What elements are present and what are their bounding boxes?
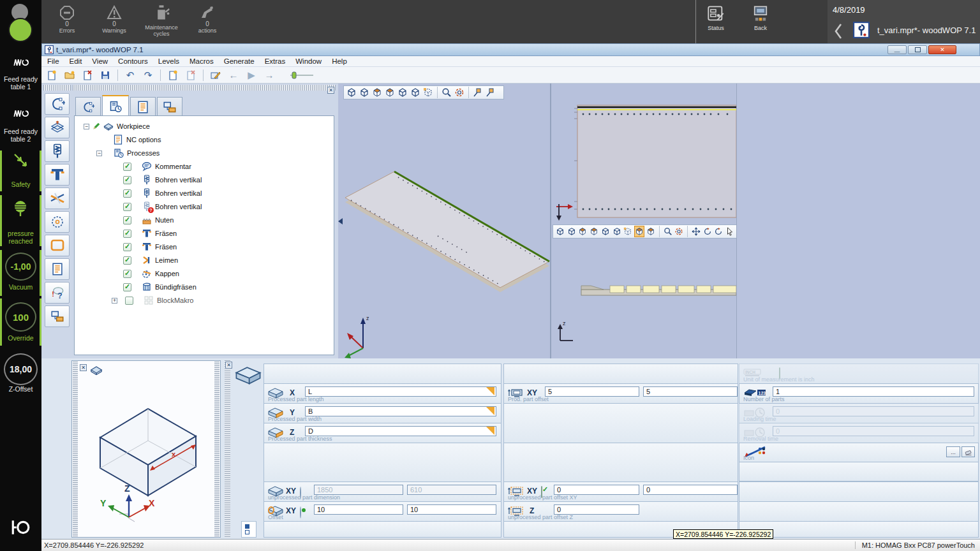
- tool-contour-button[interactable]: [45, 93, 70, 115]
- view-cube-button-active[interactable]: [634, 226, 644, 237]
- warnings-button[interactable]: 0 Warnings: [96, 5, 132, 34]
- process-row[interactable]: Bohren vertikal: [123, 187, 202, 200]
- tree-row-workpiece[interactable]: Workpiece: [84, 120, 150, 133]
- part-length-input[interactable]: [305, 386, 496, 397]
- process-label[interactable]: Kappen: [155, 270, 179, 277]
- tree-close-button[interactable]: ✕: [327, 87, 334, 94]
- process-label[interactable]: Bohren vertikal: [155, 203, 202, 210]
- unprocessed-dim-x-input[interactable]: [314, 485, 403, 495]
- view-cube-button[interactable]: [600, 226, 611, 237]
- tool-routing-button[interactable]: [45, 164, 70, 186]
- tool-transfer-button[interactable]: [45, 305, 70, 327]
- process-checkbox[interactable]: [123, 230, 131, 238]
- offset-x-input[interactable]: [314, 504, 403, 515]
- process-checkbox[interactable]: [123, 243, 131, 251]
- run-button[interactable]: ▶: [244, 68, 259, 82]
- view-cube-button[interactable]: [371, 87, 383, 98]
- maximize-button[interactable]: [908, 45, 927, 54]
- view-cube-button[interactable]: [359, 87, 370, 98]
- tree-row-processes[interactable]: Processes: [96, 147, 160, 159]
- zoom-region-button[interactable]: [674, 226, 684, 237]
- select-cursor-button[interactable]: [725, 226, 735, 237]
- tool-sawing-button[interactable]: [45, 187, 70, 209]
- zoom-region-button[interactable]: [454, 87, 465, 98]
- process-checkbox[interactable]: [123, 163, 131, 171]
- menu-extras[interactable]: Extras: [265, 57, 286, 65]
- view-cube-button[interactable]: [410, 87, 421, 98]
- offset-y-input[interactable]: [407, 504, 496, 515]
- menu-generate[interactable]: Generate: [224, 57, 255, 65]
- view-cube-button[interactable]: [567, 226, 577, 237]
- view-cube-button[interactable]: [612, 226, 622, 237]
- safety-icon[interactable]: [11, 152, 30, 171]
- tool-comment-button[interactable]: [45, 282, 70, 304]
- process-checkbox[interactable]: [123, 256, 131, 265]
- workpiece-label[interactable]: Workpiece: [117, 122, 150, 130]
- process-label[interactable]: Fräsen: [155, 230, 177, 237]
- close-file-button[interactable]: [80, 68, 95, 82]
- back-button[interactable]: Back: [743, 5, 778, 31]
- menu-view[interactable]: View: [92, 57, 108, 65]
- unprocessed-offset-z-input[interactable]: [554, 504, 639, 515]
- process-label[interactable]: Kommentar: [155, 163, 191, 170]
- tool-drilling-button[interactable]: [45, 140, 70, 162]
- form-mini-tab[interactable]: [241, 521, 256, 538]
- process-row[interactable]: Kappen: [123, 267, 179, 280]
- process-row[interactable]: BlockMakro: [112, 294, 193, 307]
- process-checkbox[interactable]: [123, 203, 131, 211]
- process-row[interactable]: Fräsen: [123, 240, 177, 253]
- tab-machine[interactable]: [157, 97, 182, 116]
- process-row[interactable]: Kommentar: [123, 160, 191, 173]
- process-checkbox[interactable]: [123, 283, 131, 291]
- process-row[interactable]: Bündigfräsen: [123, 281, 197, 293]
- maintenance-button[interactable]: Maintenance cycles: [141, 4, 182, 37]
- operator-status-icon[interactable]: [8, 18, 33, 42]
- tool-pocket-button[interactable]: [45, 235, 70, 256]
- zoom-slider[interactable]: [279, 70, 324, 80]
- icon-browse-button[interactable]: ...: [946, 446, 960, 457]
- override-gauge[interactable]: 100: [5, 302, 36, 332]
- pan-button[interactable]: [691, 226, 701, 237]
- view-cube-button[interactable]: [422, 87, 434, 98]
- rotate-button[interactable]: [702, 226, 713, 237]
- new-file-button[interactable]: [44, 68, 59, 82]
- prev-macro-button[interactable]: ←: [226, 68, 241, 82]
- number-of-parts-input[interactable]: [773, 386, 974, 397]
- tree-row-nc-options[interactable]: NC options: [113, 133, 161, 146]
- redo-button[interactable]: ↷: [140, 68, 156, 82]
- unprocessed-offset-y-input[interactable]: [643, 485, 738, 495]
- save-button[interactable]: [98, 68, 113, 82]
- side-view[interactable]: z: [551, 240, 736, 358]
- errors-button[interactable]: 0 Errors: [49, 5, 85, 34]
- preview-close-button[interactable]: ✕: [80, 364, 87, 371]
- view-cube-button[interactable]: [646, 226, 656, 237]
- part-width-input[interactable]: [305, 406, 496, 416]
- tool-workpiece-button[interactable]: [45, 117, 70, 138]
- status-button[interactable]: Status: [699, 5, 733, 31]
- new-macro-button[interactable]: [165, 68, 181, 82]
- splitter-arrow-icon[interactable]: [338, 218, 343, 224]
- nav-prev-icon[interactable]: [834, 23, 843, 40]
- zoom-button[interactable]: [663, 226, 673, 237]
- process-checkbox[interactable]: [123, 189, 131, 198]
- prod-offset-x-input[interactable]: [545, 386, 639, 397]
- zoom-button[interactable]: [441, 87, 452, 98]
- preview-drag-strip[interactable]: [73, 362, 78, 536]
- pin-button[interactable]: [485, 87, 496, 98]
- expander-icon[interactable]: [112, 298, 117, 304]
- process-checkbox[interactable]: [123, 176, 131, 184]
- nc-options-label[interactable]: NC options: [126, 136, 161, 143]
- process-label[interactable]: Bohren vertikal: [155, 176, 202, 184]
- top-view[interactable]: [551, 99, 736, 221]
- menu-macros[interactable]: Macros: [189, 57, 214, 65]
- tab-processes[interactable]: [102, 95, 129, 116]
- view-cube-button[interactable]: [397, 87, 408, 98]
- tool-nc-button[interactable]: [45, 258, 70, 280]
- icon-clear-button[interactable]: [961, 446, 975, 457]
- window-title-bar[interactable]: t_vari.mpr*- woodWOP 7.1 — ✕: [41, 43, 980, 56]
- process-checkbox[interactable]: [125, 297, 133, 305]
- process-label[interactable]: Leimen: [155, 256, 178, 264]
- menu-contours[interactable]: Contours: [118, 57, 148, 65]
- process-row[interactable]: Fräsen: [123, 227, 177, 240]
- unprocessed-dim-y-input[interactable]: [407, 485, 496, 495]
